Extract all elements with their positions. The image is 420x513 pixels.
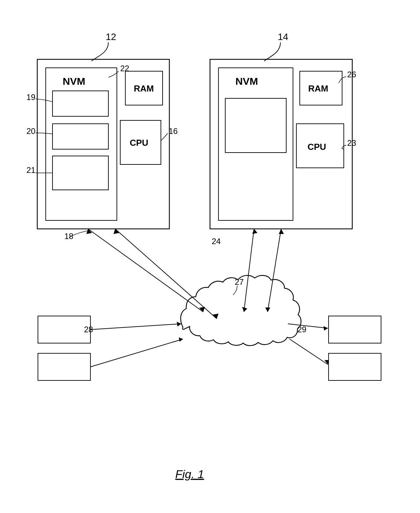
device2-cpu-label: CPU: [308, 142, 326, 152]
device1-id-label: 12: [106, 32, 116, 42]
svg-marker-11: [279, 229, 284, 234]
svg-marker-17: [323, 326, 328, 331]
svg-line-18: [290, 339, 328, 364]
device1-slot3-id: 21: [26, 165, 36, 175]
device1-cpu-id: 16: [169, 126, 178, 136]
device1-cpu-label: CPU: [130, 138, 148, 148]
left-box-bottom: [38, 353, 90, 380]
device1-nvm-label: NVM: [63, 76, 85, 87]
device2-ram-id: 26: [347, 70, 356, 79]
device2-id-label: 14: [278, 32, 288, 42]
svg-line-14: [90, 339, 183, 367]
svg-line-12: [90, 324, 181, 330]
svg-line-9: [268, 229, 281, 312]
device2-outer-box: [210, 59, 352, 229]
left-box-top: [38, 316, 90, 343]
device1-box-id: 18: [64, 232, 74, 241]
svg-line-6: [244, 229, 254, 312]
device2-ram-label: RAM: [308, 83, 328, 94]
right-box-top: [329, 316, 381, 343]
svg-marker-13: [177, 322, 181, 327]
figure-label: Fig. 1: [175, 468, 204, 480]
device1-slot1: [52, 91, 108, 116]
svg-marker-8: [252, 229, 257, 234]
device2-conn-id: 24: [212, 237, 221, 246]
svg-line-16: [288, 324, 328, 328]
right-box-bottom: [329, 353, 381, 380]
network-id: 27: [235, 277, 244, 287]
svg-line-3: [115, 229, 217, 319]
device1-slot1-id: 19: [26, 93, 36, 102]
device2-nvm-label: NVM: [235, 76, 258, 87]
device2-nvm-slot: [225, 98, 286, 153]
device1-slot2: [52, 124, 108, 149]
device1-slot3: [52, 156, 108, 190]
device2-nvm-box: [218, 68, 293, 220]
svg-marker-10: [265, 308, 270, 312]
device2-cpu-id: 23: [347, 138, 356, 147]
svg-line-0: [88, 229, 203, 312]
device1-slot2-id: 20: [26, 126, 36, 136]
device1-ram-label: RAM: [134, 83, 154, 94]
diagram-container: 12 NVM 22 19 20 21 RAM CPU 16: [0, 0, 420, 513]
right-group-id: 29: [297, 325, 307, 334]
